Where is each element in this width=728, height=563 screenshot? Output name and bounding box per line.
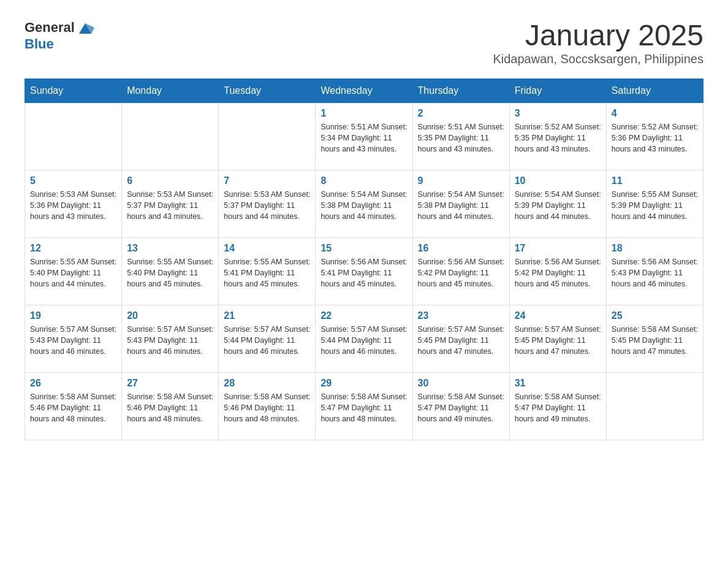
logo-general-text: General (25, 20, 75, 35)
calendar-cell: 25Sunrise: 5:58 AM Sunset: 5:45 PM Dayli… (606, 305, 703, 373)
day-info: Sunrise: 5:54 AM Sunset: 5:39 PM Dayligh… (515, 189, 601, 222)
day-number: 6 (127, 175, 213, 186)
day-number: 20 (127, 310, 213, 321)
day-number: 7 (224, 175, 310, 186)
day-number: 12 (30, 243, 116, 254)
day-info: Sunrise: 5:55 AM Sunset: 5:40 PM Dayligh… (30, 256, 116, 289)
page-header: General Blue January 2025 Kidapawan, Soc… (25, 18, 703, 66)
day-number: 21 (224, 310, 310, 321)
day-number: 10 (515, 175, 601, 186)
calendar-cell: 9Sunrise: 5:54 AM Sunset: 5:38 PM Daylig… (412, 170, 509, 238)
column-header-monday: Monday (122, 79, 219, 103)
calendar-cell: 16Sunrise: 5:56 AM Sunset: 5:42 PM Dayli… (412, 238, 509, 305)
calendar-cell (606, 373, 703, 440)
column-header-thursday: Thursday (412, 79, 509, 103)
calendar-cell (122, 103, 219, 170)
day-number: 26 (30, 378, 116, 389)
day-number: 15 (320, 243, 407, 254)
calendar-cell: 10Sunrise: 5:54 AM Sunset: 5:39 PM Dayli… (509, 170, 606, 238)
calendar-week-row: 5Sunrise: 5:53 AM Sunset: 5:36 PM Daylig… (25, 170, 703, 238)
day-number: 4 (612, 108, 698, 119)
day-info: Sunrise: 5:58 AM Sunset: 5:47 PM Dayligh… (320, 391, 407, 424)
logo-icon (76, 18, 94, 37)
day-info: Sunrise: 5:52 AM Sunset: 5:35 PM Dayligh… (515, 121, 601, 155)
day-number: 25 (612, 310, 698, 321)
day-info: Sunrise: 5:58 AM Sunset: 5:47 PM Dayligh… (515, 391, 601, 424)
day-info: Sunrise: 5:57 AM Sunset: 5:43 PM Dayligh… (127, 324, 213, 357)
day-number: 17 (515, 243, 601, 254)
day-info: Sunrise: 5:55 AM Sunset: 5:41 PM Dayligh… (224, 256, 310, 289)
day-number: 27 (127, 378, 213, 389)
calendar-cell (219, 103, 316, 170)
day-number: 24 (515, 310, 601, 321)
day-number: 1 (320, 108, 407, 119)
calendar-cell: 18Sunrise: 5:56 AM Sunset: 5:43 PM Dayli… (606, 238, 703, 305)
day-info: Sunrise: 5:58 AM Sunset: 5:46 PM Dayligh… (127, 391, 213, 424)
calendar-cell: 3Sunrise: 5:52 AM Sunset: 5:35 PM Daylig… (509, 103, 606, 170)
day-info: Sunrise: 5:53 AM Sunset: 5:36 PM Dayligh… (30, 189, 116, 222)
calendar-cell: 20Sunrise: 5:57 AM Sunset: 5:43 PM Dayli… (122, 305, 219, 373)
calendar-cell: 19Sunrise: 5:57 AM Sunset: 5:43 PM Dayli… (25, 305, 122, 373)
calendar-cell: 15Sunrise: 5:56 AM Sunset: 5:41 PM Dayli… (316, 238, 412, 305)
day-number: 16 (418, 243, 504, 254)
calendar-cell: 14Sunrise: 5:55 AM Sunset: 5:41 PM Dayli… (219, 238, 316, 305)
day-info: Sunrise: 5:54 AM Sunset: 5:38 PM Dayligh… (320, 189, 407, 222)
day-info: Sunrise: 5:54 AM Sunset: 5:38 PM Dayligh… (418, 189, 504, 222)
calendar-cell: 27Sunrise: 5:58 AM Sunset: 5:46 PM Dayli… (122, 373, 219, 440)
logo: General Blue (25, 18, 94, 52)
calendar-cell: 6Sunrise: 5:53 AM Sunset: 5:37 PM Daylig… (122, 170, 219, 238)
day-info: Sunrise: 5:56 AM Sunset: 5:42 PM Dayligh… (418, 256, 504, 289)
day-number: 22 (320, 310, 407, 321)
calendar-cell: 12Sunrise: 5:55 AM Sunset: 5:40 PM Dayli… (25, 238, 122, 305)
calendar-week-row: 1Sunrise: 5:51 AM Sunset: 5:34 PM Daylig… (25, 103, 703, 170)
calendar-cell: 4Sunrise: 5:52 AM Sunset: 5:36 PM Daylig… (606, 103, 703, 170)
day-number: 3 (515, 108, 601, 119)
day-info: Sunrise: 5:55 AM Sunset: 5:39 PM Dayligh… (612, 189, 698, 222)
calendar-cell: 11Sunrise: 5:55 AM Sunset: 5:39 PM Dayli… (606, 170, 703, 238)
calendar-week-row: 26Sunrise: 5:58 AM Sunset: 5:46 PM Dayli… (25, 373, 703, 440)
day-number: 9 (418, 175, 504, 186)
calendar-cell: 22Sunrise: 5:57 AM Sunset: 5:44 PM Dayli… (316, 305, 412, 373)
day-info: Sunrise: 5:58 AM Sunset: 5:46 PM Dayligh… (30, 391, 116, 424)
day-info: Sunrise: 5:56 AM Sunset: 5:41 PM Dayligh… (320, 256, 407, 289)
column-header-wednesday: Wednesday (316, 79, 412, 103)
column-header-saturday: Saturday (606, 79, 703, 103)
calendar-cell: 21Sunrise: 5:57 AM Sunset: 5:44 PM Dayli… (219, 305, 316, 373)
day-number: 31 (515, 378, 601, 389)
day-number: 29 (320, 378, 407, 389)
column-header-sunday: Sunday (25, 79, 122, 103)
calendar-cell: 5Sunrise: 5:53 AM Sunset: 5:36 PM Daylig… (25, 170, 122, 238)
day-info: Sunrise: 5:57 AM Sunset: 5:45 PM Dayligh… (418, 324, 504, 357)
calendar-cell: 8Sunrise: 5:54 AM Sunset: 5:38 PM Daylig… (316, 170, 412, 238)
day-info: Sunrise: 5:51 AM Sunset: 5:35 PM Dayligh… (418, 121, 504, 155)
column-header-friday: Friday (509, 79, 606, 103)
day-number: 19 (30, 310, 116, 321)
day-info: Sunrise: 5:56 AM Sunset: 5:42 PM Dayligh… (515, 256, 601, 289)
day-info: Sunrise: 5:57 AM Sunset: 5:43 PM Dayligh… (30, 324, 116, 357)
day-info: Sunrise: 5:57 AM Sunset: 5:45 PM Dayligh… (515, 324, 601, 357)
calendar-table: SundayMondayTuesdayWednesdayThursdayFrid… (25, 79, 703, 440)
calendar-week-row: 19Sunrise: 5:57 AM Sunset: 5:43 PM Dayli… (25, 305, 703, 373)
day-info: Sunrise: 5:55 AM Sunset: 5:40 PM Dayligh… (127, 256, 213, 289)
calendar-cell: 28Sunrise: 5:58 AM Sunset: 5:46 PM Dayli… (219, 373, 316, 440)
day-number: 8 (320, 175, 407, 186)
day-info: Sunrise: 5:53 AM Sunset: 5:37 PM Dayligh… (224, 189, 310, 222)
day-info: Sunrise: 5:52 AM Sunset: 5:36 PM Dayligh… (612, 121, 698, 155)
day-number: 23 (418, 310, 504, 321)
calendar-cell: 24Sunrise: 5:57 AM Sunset: 5:45 PM Dayli… (509, 305, 606, 373)
calendar-cell: 2Sunrise: 5:51 AM Sunset: 5:35 PM Daylig… (412, 103, 509, 170)
title-section: January 2025 Kidapawan, Soccsksargen, Ph… (493, 18, 703, 66)
month-title: January 2025 (493, 18, 703, 52)
calendar-header-row: SundayMondayTuesdayWednesdayThursdayFrid… (25, 79, 703, 103)
calendar-cell: 17Sunrise: 5:56 AM Sunset: 5:42 PM Dayli… (509, 238, 606, 305)
day-info: Sunrise: 5:51 AM Sunset: 5:34 PM Dayligh… (320, 121, 407, 155)
day-number: 5 (30, 175, 116, 186)
day-number: 2 (418, 108, 504, 119)
day-info: Sunrise: 5:57 AM Sunset: 5:44 PM Dayligh… (320, 324, 407, 357)
calendar-cell: 1Sunrise: 5:51 AM Sunset: 5:34 PM Daylig… (316, 103, 412, 170)
day-info: Sunrise: 5:57 AM Sunset: 5:44 PM Dayligh… (224, 324, 310, 357)
day-number: 30 (418, 378, 504, 389)
calendar-cell: 7Sunrise: 5:53 AM Sunset: 5:37 PM Daylig… (219, 170, 316, 238)
calendar-cell (25, 103, 122, 170)
logo-blue-text: Blue (25, 37, 54, 52)
